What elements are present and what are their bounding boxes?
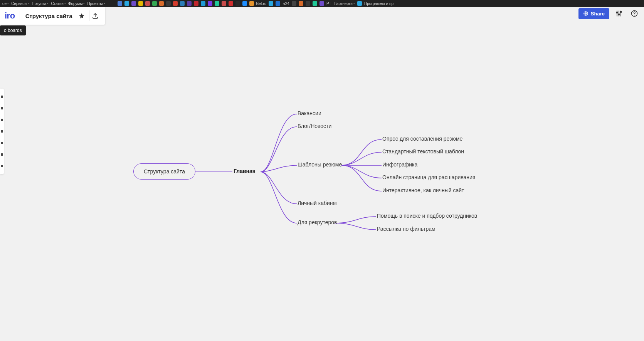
star-icon[interactable] (76, 10, 87, 21)
logo-tooltip: o boards (0, 25, 26, 35)
svg-point-6 (618, 14, 619, 15)
bookmark-item[interactable]: Форумы ▾ (68, 2, 85, 6)
mindmap-node-main[interactable]: Главная (234, 168, 256, 174)
right-controls: Share (578, 8, 640, 19)
svg-point-9 (634, 15, 635, 15)
bookmark-item[interactable]: Покупка ▾ (32, 2, 49, 6)
export-icon[interactable] (89, 10, 101, 21)
settings-icon[interactable] (613, 8, 625, 19)
mindmap-node[interactable]: Шаблоны резюме (298, 161, 342, 168)
share-button[interactable]: Share (578, 8, 609, 19)
bookmark-item[interactable]: Программы и пр (364, 2, 393, 6)
board-header: iro Структура сайта (0, 7, 105, 25)
mindmap-root-node[interactable]: Структура сайта (133, 163, 195, 180)
browser-bookmarks-bar: ое ▾ Сервисы ▾ Покупка ▾ Статьи ▾ Форумы… (0, 0, 644, 7)
mindmap-edges (0, 7, 644, 341)
globe-icon (583, 11, 589, 16)
svg-point-7 (620, 11, 621, 12)
svg-point-5 (616, 12, 617, 13)
mindmap-node[interactable]: Инфографика (382, 161, 417, 168)
bookmark-item[interactable]: Bet.ru (256, 2, 267, 6)
side-toolbar[interactable] (0, 89, 4, 174)
bookmark-item[interactable]: PT (326, 2, 331, 6)
bookmark-item[interactable]: Б24 (282, 2, 289, 6)
mindmap-node[interactable]: Вакансии (298, 110, 321, 116)
bookmark-item[interactable]: Статьи ▾ (51, 2, 66, 6)
bookmark-item[interactable]: Проекты ▾ (87, 2, 105, 6)
bookmark-item[interactable]: Партнерки ▾ (334, 2, 355, 6)
miro-logo[interactable]: iro (0, 11, 20, 21)
help-icon[interactable] (629, 8, 640, 19)
mindmap-node[interactable]: Блог/Новости (298, 123, 331, 129)
mindmap-node[interactable]: Личный кабинет (298, 200, 338, 206)
board-title[interactable]: Структура сайта (20, 13, 76, 19)
mindmap-node[interactable]: Онлайн страница для расшаривания (382, 174, 475, 180)
board-canvas[interactable]: Структура сайта Главная Вакансии Блог/Но… (0, 7, 644, 341)
mindmap-node[interactable]: Стандартный текстовый шаблон (382, 148, 464, 155)
mindmap-node[interactable]: Интерактивное, как личный сайт (382, 187, 464, 193)
mindmap-node[interactable]: Для рекрутеров (298, 219, 337, 225)
mindmap-node[interactable]: Помощь в поиске и подбор сотрудников (377, 213, 477, 219)
bookmark-item[interactable]: Сервисы ▾ (11, 2, 29, 6)
bookmark-item[interactable]: ое ▾ (2, 2, 9, 6)
mindmap-node[interactable]: Рассылка по фильтрам (377, 226, 435, 232)
mindmap-node[interactable]: Опрос для составления резюме (382, 136, 462, 142)
